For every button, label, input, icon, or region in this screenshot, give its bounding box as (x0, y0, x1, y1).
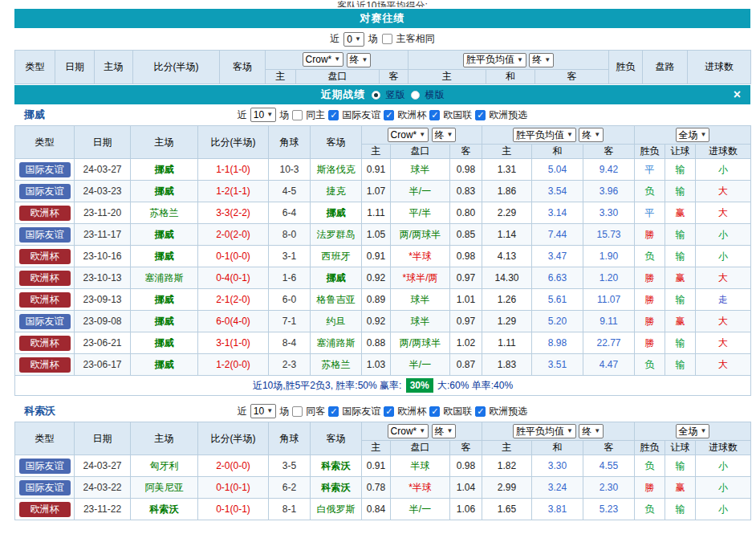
home-odds: 1.03 (362, 354, 391, 376)
filter-nationsleague-checkbox[interactable] (429, 110, 440, 120)
odds-time-select[interactable]: 终 ▼ (432, 424, 457, 438)
horizontal-layout-radio[interactable] (411, 91, 420, 100)
avg-win: 4.13 (482, 246, 532, 267)
col-avg-win: 主 (408, 70, 486, 84)
match-row: 欧洲杯23-06-21挪威3-1(1-0)8-4塞浦路斯0.88两/两球半1.0… (15, 332, 751, 354)
odds-company-select[interactable]: Crow* ▼ (388, 128, 429, 142)
corner-count: 2-3 (269, 354, 311, 376)
avg-win: 14.30 (482, 267, 532, 289)
avg-draw: 3.24 (532, 477, 583, 499)
avg-lose: 4.47 (583, 354, 635, 376)
filter-eurocup-checkbox[interactable] (384, 406, 394, 417)
col-avg-win: 主 (482, 145, 532, 159)
dropdown-arrow-icon: ▼ (266, 112, 273, 118)
away-team-link[interactable]: 西班牙 (311, 246, 362, 267)
away-team-link[interactable]: 捷克 (311, 181, 362, 202)
col-avg-lose: 客 (583, 441, 635, 455)
home-team-link[interactable]: 挪威 (131, 224, 198, 246)
h2h-near-count-select[interactable]: 0 ▼ (343, 32, 364, 47)
table-header-row-1: 类型 日期 主场 比分(半场) 角球 客场 Crow* ▼ 终 ▼ (15, 126, 751, 145)
wdl-avg-select[interactable]: 胜平负均值 ▼ (463, 53, 526, 67)
scope-select[interactable]: 全场 ▼ (676, 424, 710, 438)
vertical-layout-label[interactable]: 竖版 (386, 88, 405, 102)
home-team-link[interactable]: 挪威 (131, 332, 198, 354)
h2h-title: 对赛往绩 (360, 11, 405, 26)
col-avg-draw: 和 (532, 145, 583, 159)
home-odds: 0.84 (362, 499, 391, 520)
col-corner: 角球 (269, 422, 311, 455)
odds-company-select[interactable]: Crow* ▼ (303, 52, 344, 67)
away-team-link[interactable]: 苏格兰 (311, 354, 362, 376)
near-count-select[interactable]: 10 ▼ (250, 404, 276, 418)
away-avg-goals-label: 客队近10场平均得分: (337, 0, 428, 7)
same-venue-checkbox[interactable] (292, 406, 303, 417)
goals-flag: 大 (696, 181, 751, 202)
filter-friendly-label: 国际友谊 (342, 108, 380, 122)
home-team-link[interactable]: 阿美尼亚 (131, 477, 198, 499)
home-team-link[interactable]: 挪威 (131, 289, 198, 311)
result-flag: 负 (635, 499, 665, 520)
goals-flag: 小 (696, 477, 751, 499)
home-team-link[interactable]: 挪威 (131, 311, 198, 332)
home-odds: 0.88 (362, 332, 391, 354)
away-team-link[interactable]: 科索沃 (311, 455, 362, 477)
away-team-link[interactable]: 白俄罗斯 (311, 499, 362, 520)
home-team-link[interactable]: 匈牙利 (131, 455, 198, 477)
away-team-link[interactable]: 格鲁吉亚 (311, 289, 362, 311)
avg-lose: 11.07 (583, 289, 635, 311)
away-team-link[interactable]: 约旦 (311, 311, 362, 332)
home-team-link[interactable]: 挪威 (131, 354, 198, 376)
home-team-link[interactable]: 科索沃 (131, 499, 198, 520)
match-type-cell: 欧洲杯 (15, 202, 75, 224)
away-team-link[interactable]: 法罗群岛 (311, 224, 362, 246)
away-team-link[interactable]: 斯洛伐克 (311, 159, 362, 181)
away-team-link[interactable]: 挪威 (311, 202, 362, 224)
filter-eurocup-checkbox[interactable] (384, 110, 394, 120)
away-team-link[interactable]: 挪威 (311, 267, 362, 289)
wdl-time-select[interactable]: 终 ▼ (579, 424, 604, 438)
avg-win: 1.83 (482, 354, 532, 376)
wdl-avg-select[interactable]: 胜平负均值 ▼ (513, 424, 576, 438)
corner-count: 10-3 (269, 159, 311, 181)
filter-nationsleague-checkbox[interactable] (429, 406, 440, 417)
match-row: 国际友谊24-03-22阿美尼亚0-1(0-1)6-2科索沃0.78*半球1.0… (15, 477, 751, 499)
filter-euroqualifier-checkbox[interactable] (475, 406, 486, 417)
home-team-link[interactable]: 挪威 (131, 181, 198, 202)
scope-select[interactable]: 全场 ▼ (676, 128, 710, 142)
col-handicap: 盘口 (391, 441, 450, 455)
handicap-line: 球半 (391, 289, 450, 311)
filter-euroqualifier-checkbox[interactable] (475, 110, 486, 120)
odds-time-select[interactable]: 终 ▼ (432, 128, 457, 142)
result-flag: 勝 (635, 477, 665, 499)
handicap-flag: 输 (665, 246, 696, 267)
near-count-select[interactable]: 10 ▼ (250, 108, 276, 122)
wdl-avg-select[interactable]: 胜平负均值 ▼ (513, 128, 576, 142)
same-venue-checkbox[interactable] (292, 110, 303, 120)
filter-friendly-label: 国际友谊 (342, 405, 380, 418)
corner-count: 1-6 (269, 267, 311, 289)
col-avg-lose: 客 (583, 145, 635, 159)
odds-company-value: Crow* (306, 54, 332, 65)
home-team-link[interactable]: 塞浦路斯 (131, 267, 198, 289)
close-icon[interactable]: × (734, 88, 741, 101)
odds-company-select[interactable]: Crow* ▼ (388, 424, 429, 438)
wdl-time-select[interactable]: 终 ▼ (529, 53, 554, 67)
h2h-header-row-1: 类型 日期 主场 比分(半场) 客场 Crow* ▼ 终 ▼ (15, 51, 751, 70)
away-team-link[interactable]: 塞浦路斯 (311, 332, 362, 354)
avg-lose: 1.20 (583, 267, 635, 289)
dropdown-arrow-icon: ▼ (567, 428, 573, 434)
result-flag: 勝 (635, 311, 665, 332)
home-team-link[interactable]: 挪威 (131, 159, 198, 181)
filter-friendly-checkbox[interactable] (328, 110, 339, 120)
vertical-layout-radio[interactable] (372, 91, 380, 100)
home-team-link[interactable]: 挪威 (131, 246, 198, 267)
same-home-away-checkbox[interactable] (382, 34, 392, 44)
away-team-link[interactable]: 科索沃 (311, 477, 362, 499)
match-score: 3-1(1-0) (198, 332, 269, 354)
wdl-time-select[interactable]: 终 ▼ (579, 128, 604, 142)
filter-friendly-checkbox[interactable] (328, 406, 339, 417)
odds-time-select[interactable]: 终 ▼ (347, 53, 372, 67)
horizontal-layout-label[interactable]: 横版 (425, 88, 445, 102)
home-team-link[interactable]: 苏格兰 (131, 202, 198, 224)
goals-flag: 大 (696, 354, 751, 376)
